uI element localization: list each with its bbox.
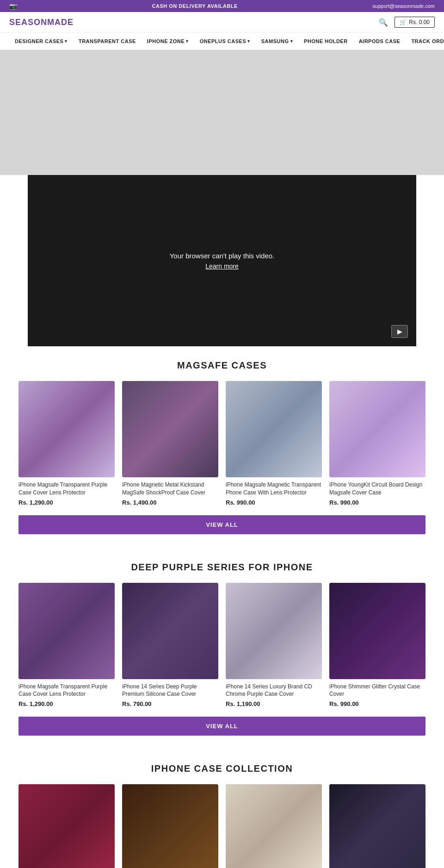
product-name: iPhone Magsafe Transparent Purple Case C…: [18, 683, 115, 699]
chevron-down-icon: ▾: [65, 39, 68, 44]
support-email: support@seasonmade.com: [372, 3, 435, 9]
announcement-text: CASH ON DELIVERY AVAILABLE: [17, 3, 372, 9]
product-name: iPhone YoungKit Circuit Board Design Mag…: [329, 481, 426, 497]
product-image: [18, 583, 115, 679]
product-image: [329, 583, 426, 679]
product-card[interactable]: iPhone Magnetic Metal Kickstand MagSafe …: [122, 381, 218, 506]
product-card[interactable]: [329, 784, 426, 868]
product-card[interactable]: iPhone YoungKit Circuit Board Design Mag…: [329, 381, 426, 506]
logo-part2: MADE: [47, 18, 74, 27]
nav-item-iphone-zone[interactable]: IPHONE ZONE ▾: [142, 33, 194, 50]
product-image: [122, 583, 218, 679]
product-price: Rs. 990.00: [329, 499, 426, 506]
product-card[interactable]: iPhone Magsafe Transparent Purple Case C…: [18, 381, 115, 506]
product-card[interactable]: iPhone Shimmer Glitter Crystal Case Cove…: [329, 583, 426, 708]
product-image: [122, 784, 218, 868]
logo-part1: SEASON: [9, 18, 47, 27]
product-card[interactable]: iPhone Magsafe Transparent Purple Case C…: [18, 583, 115, 708]
magsafe-product-grid: iPhone Magsafe Transparent Purple Case C…: [18, 381, 426, 506]
product-image: [226, 583, 322, 679]
product-image-inner: [18, 583, 115, 679]
announcement-bar: 📷 CASH ON DELIVERY AVAILABLE support@sea…: [0, 0, 444, 12]
nav-item-track-order[interactable]: TRACK ORDER: [406, 33, 444, 50]
deep-purple-section-title: DEEP PURPLE SERIES FOR IPHONE: [18, 562, 426, 573]
search-icon[interactable]: 🔍: [379, 18, 388, 27]
product-image: [18, 784, 115, 868]
magsafe-section: MAGSAFE CASES iPhone Magsafe Transparent…: [0, 346, 444, 548]
product-image-inner: [18, 381, 115, 477]
deep-purple-view-all-button[interactable]: VIEW ALL: [18, 717, 426, 736]
main-nav: DESIGNER CASES ▾ TRANSPARENT CASE IPHONE…: [0, 33, 444, 50]
product-name: iPhone Magsafe Magnetic Transparent Phon…: [226, 481, 322, 497]
deep-purple-section: DEEP PURPLE SERIES FOR IPHONE iPhone Mag…: [0, 548, 444, 750]
product-name: iPhone Shimmer Glitter Crystal Case Cove…: [329, 683, 426, 699]
hero-banner: [0, 50, 444, 175]
iphone-collection-title: IPHONE CASE COLLECTION: [18, 763, 426, 774]
site-logo[interactable]: SEASONMADE: [9, 18, 74, 27]
nav-item-designer-cases[interactable]: DESIGNER CASES ▾: [9, 33, 73, 50]
product-card[interactable]: iPhone 14 Series Luxury Brand CD Chrome …: [226, 583, 322, 708]
product-card[interactable]: iPhone Magsafe Magnetic Transparent Phon…: [226, 381, 322, 506]
product-card[interactable]: iPhone 14 Series Deep Purple Premium Sil…: [122, 583, 218, 708]
header-right: 🔍 🛒 Rs. 0.00: [379, 17, 435, 28]
product-card[interactable]: [226, 784, 322, 868]
product-name: iPhone 14 Series Deep Purple Premium Sil…: [122, 683, 218, 699]
learn-more-link[interactable]: Learn more: [205, 262, 239, 270]
cart-button[interactable]: 🛒 Rs. 0.00: [395, 17, 435, 28]
nav-item-oneplus-cases[interactable]: ONEPLUS CASES ▾: [194, 33, 256, 50]
product-price: Rs. 1,490.00: [122, 499, 218, 506]
deep-purple-product-grid: iPhone Magsafe Transparent Purple Case C…: [18, 583, 426, 708]
magsafe-view-all-button[interactable]: VIEW ALL: [18, 515, 426, 534]
product-image-inner: [226, 583, 322, 679]
product-name: iPhone 14 Series Luxury Brand CD Chrome …: [226, 683, 322, 699]
product-price: Rs. 990.00: [226, 499, 322, 506]
nav-item-transparent-case[interactable]: TRANSPARENT CASE: [73, 33, 142, 50]
chevron-down-icon: ▾: [290, 39, 293, 44]
product-image: [329, 784, 426, 868]
product-image-inner: [122, 784, 218, 868]
product-image: [122, 381, 218, 477]
chevron-down-icon: ▾: [247, 39, 250, 44]
nav-item-airpods-case[interactable]: AIRPODS CASE: [353, 33, 406, 50]
product-price: Rs. 1,290.00: [18, 700, 115, 707]
product-image-inner: [18, 784, 115, 868]
product-price: Rs. 1,190.00: [226, 700, 322, 707]
instagram-icon[interactable]: 📷: [9, 2, 17, 10]
video-section: Your browser can't play this video. Lear…: [28, 175, 416, 346]
cart-total: Rs. 0.00: [409, 19, 430, 25]
product-image-inner: [122, 583, 218, 679]
iphone-collection-grid: [18, 784, 426, 868]
nav-item-samsung[interactable]: SAMSUNG ▾: [256, 33, 298, 50]
site-header: SEASONMADE 🔍 🛒 Rs. 0.00: [0, 12, 444, 33]
product-image-inner: [329, 784, 426, 868]
video-play-button[interactable]: ▶: [391, 325, 408, 338]
product-price: Rs. 990.00: [329, 700, 426, 707]
chevron-down-icon: ▾: [186, 39, 189, 44]
product-image-inner: [329, 381, 426, 477]
product-image: [226, 381, 322, 477]
product-name: iPhone Magsafe Transparent Purple Case C…: [18, 481, 115, 497]
magsafe-section-title: MAGSAFE CASES: [18, 360, 426, 371]
product-image-inner: [226, 381, 322, 477]
product-image-inner: [226, 784, 322, 868]
product-name: iPhone Magnetic Metal Kickstand MagSafe …: [122, 481, 218, 497]
video-message: Your browser can't play this video.: [170, 252, 275, 260]
product-price: Rs. 790.00: [122, 700, 218, 707]
product-image: [226, 784, 322, 868]
iphone-collection-section: IPHONE CASE COLLECTION: [0, 749, 444, 868]
product-image: [18, 381, 115, 477]
product-image-inner: [122, 381, 218, 477]
product-card[interactable]: [122, 784, 218, 868]
product-image-inner: [329, 583, 426, 679]
product-image: [329, 381, 426, 477]
cart-icon: 🛒: [400, 19, 407, 25]
product-price: Rs. 1,290.00: [18, 499, 115, 506]
product-card[interactable]: [18, 784, 115, 868]
nav-item-phone-holder[interactable]: PHONE HOLDER: [298, 33, 353, 50]
